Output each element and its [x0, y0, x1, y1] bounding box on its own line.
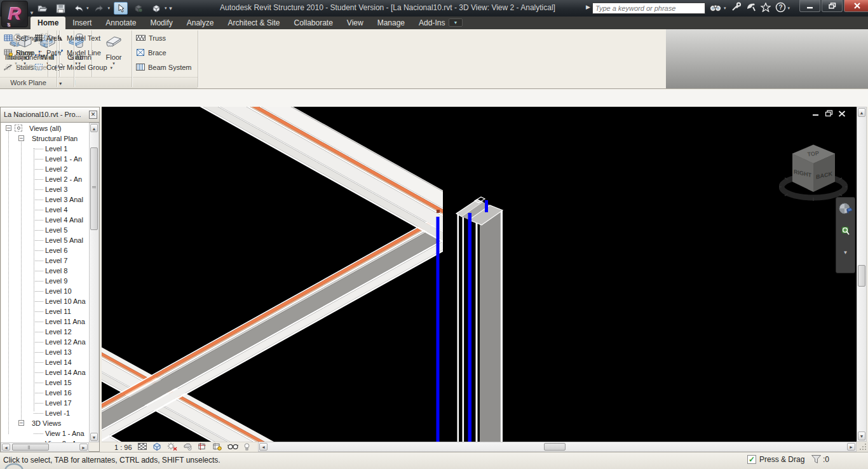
joint-node[interactable] — [437, 210, 440, 213]
view-minimize-icon[interactable] — [812, 111, 820, 117]
view-vertical-scrollbar[interactable]: ▲ ▼ — [857, 107, 867, 442]
tree-item-level-4[interactable]: Level 4 — [1, 205, 89, 215]
shadows-icon[interactable] — [183, 442, 192, 452]
brace-button[interactable]: Brace — [136, 46, 166, 60]
ribbon-minimize-toggle[interactable]: ▼ — [449, 18, 463, 27]
tree-collapse-icon[interactable]: – — [18, 135, 24, 141]
zoom-tool-icon[interactable] — [840, 224, 851, 240]
tree-item-level-4-anal[interactable]: Level 4 Anal — [1, 215, 89, 225]
tab-home[interactable]: Home — [31, 17, 65, 29]
tree-item-level-2-an[interactable]: Level 2 - An — [1, 174, 89, 184]
tree-item-level-14-ana[interactable]: Level 14 Ana — [1, 367, 89, 377]
tree-item-level-7[interactable]: Level 7 — [1, 255, 89, 266]
scroll-down-icon[interactable]: ▼ — [90, 433, 98, 441]
tree-item-level-3-anal[interactable]: Level 3 Anal — [1, 194, 89, 205]
scroll-right-icon[interactable]: ► — [79, 444, 88, 451]
undo-icon[interactable] — [71, 2, 85, 15]
tree-item-level-11-ana[interactable]: Level 11 Ana — [1, 316, 89, 327]
tab-collaborate[interactable]: Collaborate — [287, 17, 339, 29]
view-close-icon[interactable] — [838, 111, 846, 117]
tree-item-level-13[interactable]: Level 13 — [1, 347, 89, 357]
tab-add-ins[interactable]: Add-Ins — [412, 17, 452, 29]
browser-vertical-scrollbar[interactable]: ▲ ▼ — [89, 123, 99, 442]
analytical-line-joint[interactable] — [437, 217, 440, 442]
crop-region-icon[interactable] — [198, 442, 207, 452]
tab-view[interactable]: View — [340, 17, 370, 29]
save-icon[interactable] — [53, 2, 67, 15]
tree-item-level-12-ana[interactable]: Level 12 Ana — [1, 337, 89, 347]
work-plane-set-button[interactable]: Set — [4, 31, 27, 45]
selection-filter[interactable]: :0 — [811, 454, 829, 464]
tab-modify[interactable]: Modify — [143, 17, 179, 29]
tree-item-level-9[interactable]: Level 9 — [1, 276, 89, 286]
default-3d-view-icon[interactable] — [149, 2, 163, 15]
tree-item-level-1-an[interactable]: Level 1 - An — [1, 154, 89, 164]
application-menu-button[interactable]: R s — [1, 1, 28, 27]
tree-item-3d-views[interactable]: –3D Views — [1, 418, 89, 428]
tree-item-level-6[interactable]: Level 6 — [1, 245, 89, 255]
reinforcement-panel-dropdown-icon[interactable]: ▼ — [58, 81, 63, 86]
tree-item-level-10-ana[interactable]: Level 10 Ana — [1, 296, 89, 306]
subscription-key-icon[interactable] — [731, 2, 742, 15]
detail-level-icon[interactable] — [138, 443, 147, 451]
open-icon[interactable] — [36, 2, 50, 15]
tree-item-level-17[interactable]: Level 17 — [1, 398, 89, 408]
press-drag-checkbox[interactable]: ✓ — [747, 455, 756, 464]
tab-insert[interactable]: Insert — [65, 17, 98, 29]
3d-view-dropdown-icon[interactable]: ▾ — [165, 6, 167, 11]
view-scroll-left-icon[interactable]: ◄ — [259, 443, 268, 451]
qat-customize-icon[interactable]: ▼ — [168, 6, 173, 11]
tab-manage[interactable]: Manage — [370, 17, 412, 29]
browser-horizontal-scrollbar[interactable]: ◄ ► — [1, 442, 89, 452]
tree-item-level-2[interactable]: Level 2 — [1, 164, 89, 174]
ref-plane-dropdown-icon[interactable]: ▾ — [50, 65, 52, 70]
view-scroll-right-icon[interactable]: ► — [847, 443, 855, 451]
search-binoculars-icon[interactable] — [709, 3, 722, 15]
resize-grip[interactable] — [857, 442, 868, 452]
tree-item-structural-plan[interactable]: –Structural Plan — [1, 133, 89, 144]
favorites-star-icon[interactable] — [761, 3, 771, 15]
temporary-hide-icon[interactable] — [244, 443, 250, 452]
project-browser-title[interactable]: La Nacional10.rvt - Pro... ✕ — [1, 107, 99, 123]
tab-architect-site[interactable]: Architect & Site — [220, 17, 287, 29]
redo-icon[interactable] — [93, 2, 107, 15]
tree-item-views-all-[interactable]: –Views (all) — [1, 123, 89, 133]
scroll-left-icon[interactable]: ◄ — [2, 444, 10, 451]
tree-item-level-1[interactable]: Level -1 — [1, 408, 89, 418]
tree-item-level-12[interactable]: Level 12 — [1, 327, 89, 337]
browser-hscrollbar-thumb[interactable] — [12, 444, 49, 451]
tree-collapse-icon[interactable]: – — [18, 420, 24, 426]
beam-upper-chord[interactable] — [184, 107, 443, 243]
tree-item-level-14[interactable]: Level 14 — [1, 357, 89, 367]
work-plane-panel-label[interactable]: Work Plane — [0, 77, 57, 88]
view-scale-control[interactable]: 1 : 96 — [114, 444, 132, 451]
tree-item-level-11[interactable]: Level 11 — [1, 306, 89, 316]
tree-item-level-5-anal[interactable]: Level 5 Anal — [1, 235, 89, 245]
truss-button[interactable]: Truss — [136, 31, 166, 45]
view-horizontal-scrollbar[interactable]: ◄ ► — [258, 442, 857, 452]
component-recent-icon[interactable] — [132, 2, 146, 15]
ref-plane-button[interactable]: Ref Plane ▾ — [4, 60, 52, 74]
undo-dropdown-icon[interactable]: ▾ — [86, 6, 89, 11]
main-3d-view[interactable]: TOP RIGHT BACK ▼ — [102, 107, 857, 442]
search-dropdown-icon[interactable]: ▾ — [724, 6, 726, 11]
restore-button[interactable] — [822, 0, 843, 12]
communication-center-icon[interactable] — [746, 3, 756, 15]
model-group-dropdown-icon[interactable]: ▾ — [111, 65, 113, 70]
view-restore-icon[interactable] — [825, 110, 833, 117]
tab-annotate[interactable]: Annotate — [98, 17, 143, 29]
minimize-button[interactable] — [799, 0, 820, 12]
tree-item-level-5[interactable]: Level 5 — [1, 225, 89, 235]
browser-scrollbar-thumb[interactable] — [90, 147, 98, 230]
analytical-line-column[interactable] — [468, 213, 472, 442]
tree-item-level-15[interactable]: Level 15 — [1, 377, 89, 388]
tree-item-view-1-ana[interactable]: View 1 - Ana — [1, 428, 89, 438]
project-browser-tree[interactable]: –Views (all)–Structural PlanLevel 1Level… — [1, 123, 89, 442]
model-line-button[interactable]: Model Line — [55, 46, 101, 60]
close-button[interactable] — [844, 0, 868, 12]
scroll-up-icon[interactable]: ▲ — [90, 124, 98, 132]
infocenter-collapse-icon[interactable]: ▶ — [586, 4, 590, 10]
model-text-button[interactable]: Model Text — [55, 31, 100, 45]
reveal-hidden-icon[interactable] — [227, 443, 238, 451]
crop-visibility-icon[interactable] — [212, 442, 222, 452]
